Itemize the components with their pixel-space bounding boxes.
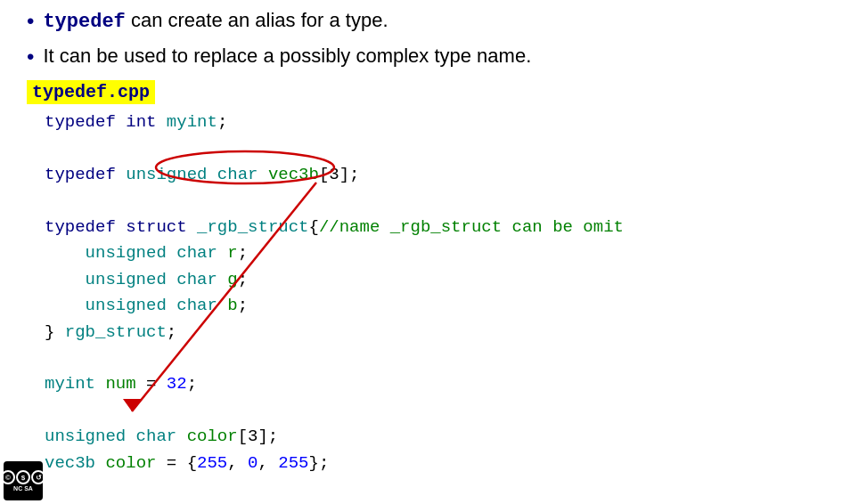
bullet-text-2: It can be used to replace a possibly com… [43, 45, 531, 68]
code-line-8: unsigned char b; [45, 293, 815, 319]
cc-icons: © $ ↺ [1, 470, 45, 484]
code-line-14: vec3b color = {255, 0, 255}; [45, 451, 815, 476]
code-line-9: } rgb_struct; [45, 320, 815, 345]
code-line-7: unsigned char g; [45, 267, 815, 293]
code-line-1: typedef int myint; [45, 110, 815, 135]
code-line-blank-5 [45, 476, 815, 502]
code-line-blank-3 [45, 345, 815, 371]
bullet-2: • It can be used to replace a possibly c… [27, 45, 815, 69]
code-line-blank-4 [45, 398, 815, 424]
code-line-6: unsigned char r; [45, 240, 815, 266]
code-line-13: unsigned char color[3]; [45, 424, 815, 450]
typedef-code-1: typedef [43, 11, 125, 33]
code-block: typedef int myint; typedef unsigned char… [27, 110, 815, 504]
code-line-11: myint num = 32; [45, 371, 815, 397]
bullet-dot-2: • [27, 45, 34, 69]
code-line-blank-2 [45, 188, 815, 214]
bullet-1: • typedef can create an alias for a type… [27, 9, 815, 34]
bullet-text-1: typedef can create an alias for a type. [43, 9, 388, 33]
cc-icon-cc: © [1, 470, 15, 484]
code-line-3: typedef unsigned char vec3b[3]; [45, 162, 815, 188]
code-line-blank-1 [45, 135, 815, 161]
cc-icon-sa: ↺ [31, 470, 45, 484]
bullet-dot-1: • [27, 9, 34, 34]
filename-label: typedef.cpp [27, 80, 155, 104]
code-line-5: typedef struct _rgb_struct{//name _rgb_s… [45, 215, 815, 240]
main-content: • typedef can create an alias for a type… [0, 0, 842, 504]
cc-label: NC SA [13, 485, 33, 492]
cc-icon-nc: $ [16, 470, 30, 484]
cc-badge: © $ ↺ NC SA [4, 461, 43, 500]
cc-license: © $ ↺ NC SA [4, 461, 43, 500]
